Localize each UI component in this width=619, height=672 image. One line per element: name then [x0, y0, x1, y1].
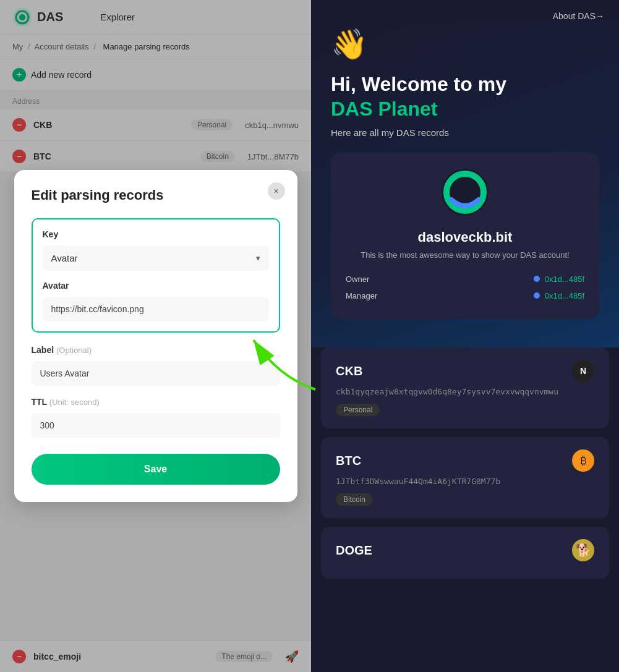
- profile-card: dasloveckb.bit This is the most awesome …: [331, 153, 599, 319]
- ckb-card-icon: N: [572, 360, 594, 382]
- chevron-down-icon: ▾: [256, 253, 260, 263]
- doge-card-icon: 🐕: [572, 539, 594, 561]
- btc-card: BTC ₿ 1JTbtf3DWswwauF44Qm4iA6jKTR7G8M77b…: [321, 437, 609, 518]
- save-button[interactable]: Save: [32, 454, 280, 485]
- owner-value: 0x1d...485f: [534, 274, 584, 284]
- key-field-label: Key: [43, 229, 269, 239]
- left-panel: DAS Explorer My / Account details / Mana…: [0, 0, 311, 672]
- key-select-wrapper[interactable]: Avatar Owner Manager ▾: [43, 245, 269, 271]
- manager-value: 0x1d...485f: [534, 291, 584, 300]
- profile-owner-row: Owner 0x1d...485f: [346, 271, 584, 287]
- modal-close-button[interactable]: ×: [268, 182, 285, 200]
- btc-card-tag: Bitcoin: [336, 493, 373, 506]
- ckb-card-tag: Personal: [336, 404, 380, 416]
- key-select[interactable]: Avatar Owner Manager: [51, 253, 256, 263]
- ttl-section: TTL (Unit: second): [32, 397, 280, 438]
- label-field-label: Label (Optional): [32, 345, 280, 355]
- right-panel: About DAS→ 👋 Hi, Welcome to my DAS Plane…: [311, 0, 619, 672]
- key-avatar-box: Key Avatar Owner Manager ▾ Avatar: [32, 218, 280, 333]
- profile-name: dasloveckb.bit: [346, 229, 584, 245]
- ckb-card: CKB N ckb1qyqzeajw8xtqgvw0d6q8ey7sysvv7e…: [321, 347, 609, 428]
- right-header: About DAS→: [311, 0, 619, 21]
- ttl-unit-text: (Unit: second): [49, 398, 100, 407]
- label-section: Label (Optional): [32, 345, 280, 386]
- profile-desc: This is the most awesome way to show you…: [346, 250, 584, 260]
- profile-manager-row: Manager 0x1d...485f: [346, 287, 584, 304]
- wave-emoji: 👋: [331, 27, 599, 62]
- owner-label: Owner: [346, 274, 369, 284]
- ttl-input[interactable]: [32, 413, 280, 438]
- doge-card-key: DOGE: [336, 543, 372, 558]
- modal-title: Edit parsing records: [32, 187, 280, 203]
- btc-card-value: 1JTbtf3DWswwauF44Qm4iA6jKTR7G8M77b: [336, 477, 594, 486]
- about-link[interactable]: About DAS→: [553, 11, 604, 21]
- modal-overlay: Edit parsing records × Key Avatar Owner …: [0, 0, 311, 672]
- profile-logo-icon: [440, 168, 490, 217]
- ttl-field-label: TTL (Unit: second): [32, 397, 280, 407]
- edit-modal: Edit parsing records × Key Avatar Owner …: [14, 170, 297, 502]
- manager-label: Manager: [346, 291, 377, 300]
- ckb-card-value: ckb1qyqzeajw8xtqgvw0d6q8ey7sysvv7evxvwqq…: [336, 387, 594, 396]
- hero-title: Hi, Welcome to my DAS Planet: [331, 72, 599, 121]
- doge-card: DOGE 🐕: [321, 527, 609, 579]
- hero-section: 👋 Hi, Welcome to my DAS Planet Here are …: [311, 21, 619, 347]
- btc-card-icon: ₿: [572, 449, 594, 472]
- label-input[interactable]: [32, 361, 280, 386]
- btc-card-key: BTC: [336, 454, 361, 468]
- svg-point-4: [455, 182, 475, 202]
- hero-subtitle: Here are all my DAS records: [331, 127, 599, 138]
- ckb-card-key: CKB: [336, 364, 362, 378]
- avatar-field-label: Avatar: [43, 281, 269, 291]
- avatar-input[interactable]: [43, 297, 269, 321]
- optional-text: (Optional): [56, 346, 92, 355]
